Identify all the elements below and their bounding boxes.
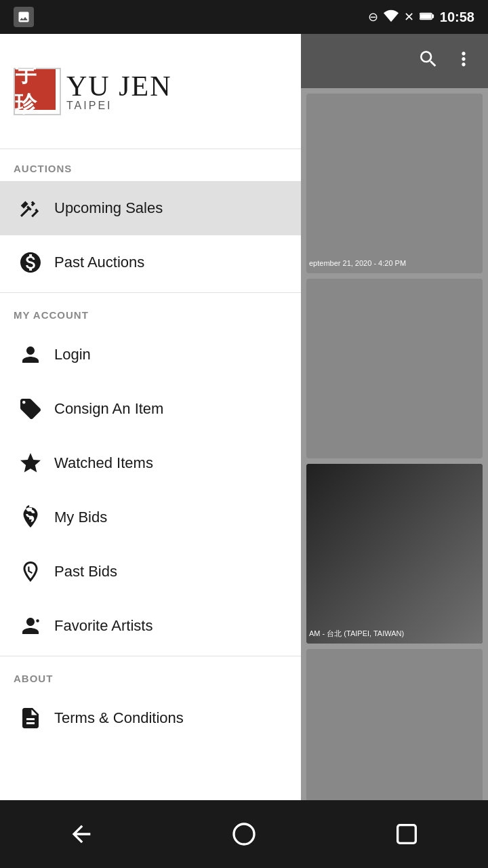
drawer: 宇珍 YU JEN TAIPEI AUCTIONS Upcoming Sales (0, 34, 301, 868)
menu-item-past-bids[interactable]: Past Bids (0, 545, 301, 599)
auctions-section-header: AUCTIONS (0, 149, 301, 181)
content-card-3: AM - 台北 (TAIPEI, TAIWAN) (306, 464, 483, 644)
status-left (14, 7, 34, 27)
search-icon[interactable] (418, 48, 439, 75)
status-time: 10:58 (440, 9, 474, 25)
menu-item-favorite-artists[interactable]: Favorite Artists (0, 599, 301, 653)
svg-rect-2 (420, 14, 432, 18)
svg-point-4 (234, 824, 254, 844)
photo-icon (14, 7, 34, 27)
no-signal-icon: ✕ (404, 9, 414, 24)
logo-subtitle: TAIPEI (66, 100, 172, 111)
card-3-location: AM - 台北 (TAIPEI, TAIWAN) (309, 629, 480, 638)
back-button[interactable] (61, 814, 102, 854)
terms-label: Terms & Conditions (54, 709, 184, 727)
menu-item-login[interactable]: Login (0, 328, 301, 382)
person-star-icon (14, 609, 47, 643)
favorite-artists-label: Favorite Artists (54, 617, 152, 635)
clock-pin-icon (14, 555, 47, 589)
my-account-section-header: MY ACCOUNT (0, 296, 301, 328)
document-lines-icon (14, 701, 47, 735)
status-bar: ⊖ ✕ 10:58 (0, 0, 488, 34)
content-area: eptember 21, 2020 - 4:20 PM AM - 台北 (TAI… (301, 88, 488, 834)
wifi-icon (384, 8, 399, 26)
about-section-header: ABOUT (0, 659, 301, 691)
logo-box: 宇珍 (14, 68, 61, 115)
menu-item-watched[interactable]: Watched Items (0, 436, 301, 490)
star-icon (14, 446, 47, 480)
svg-rect-1 (432, 14, 434, 18)
menu-item-consign[interactable]: Consign An Item (0, 382, 301, 436)
nav-bar (0, 800, 488, 868)
logo-main-line: YU JEN (66, 72, 172, 100)
past-bids-label: Past Bids (54, 563, 117, 580)
upcoming-sales-label: Upcoming Sales (54, 199, 163, 217)
svg-point-3 (36, 619, 39, 623)
menu-item-upcoming-sales[interactable]: Upcoming Sales (0, 181, 301, 235)
content-card-2 (306, 279, 483, 458)
svg-rect-5 (398, 825, 416, 844)
consign-label: Consign An Item (54, 400, 163, 418)
logo-name: YU JEN (66, 72, 172, 100)
battery-icon (420, 10, 434, 24)
dollar-circle-icon (14, 245, 47, 279)
login-label: Login (54, 346, 91, 363)
status-right: ⊖ ✕ 10:58 (368, 8, 474, 26)
logo-container: 宇珍 YU JEN TAIPEI (14, 68, 172, 115)
more-options-icon[interactable] (453, 48, 474, 75)
home-button[interactable] (224, 814, 264, 854)
past-auctions-label: Past Auctions (54, 254, 144, 271)
divider-2 (0, 656, 301, 656)
menu-item-past-auctions[interactable]: Past Auctions (0, 235, 301, 290)
red-square: 宇珍 (15, 69, 56, 110)
logo-kanji: 宇珍 (15, 60, 56, 119)
menu-item-terms[interactable]: Terms & Conditions (0, 691, 301, 745)
gavel-icon (14, 191, 47, 225)
tag-icon (14, 392, 47, 426)
divider-1 (0, 292, 301, 293)
drawer-logo: 宇珍 YU JEN TAIPEI (0, 34, 301, 149)
person-icon (14, 338, 47, 372)
signal-minus-icon: ⊖ (368, 9, 378, 24)
logo-text-group: YU JEN TAIPEI (66, 72, 172, 111)
dollar-pin-icon (14, 500, 47, 534)
menu-item-my-bids[interactable]: My Bids (0, 490, 301, 545)
recent-apps-button[interactable] (386, 814, 427, 854)
watched-label: Watched Items (54, 454, 153, 472)
card-1-date: eptember 21, 2020 - 4:20 PM (309, 258, 480, 268)
content-card-1: eptember 21, 2020 - 4:20 PM (306, 94, 483, 273)
my-bids-label: My Bids (54, 509, 107, 526)
